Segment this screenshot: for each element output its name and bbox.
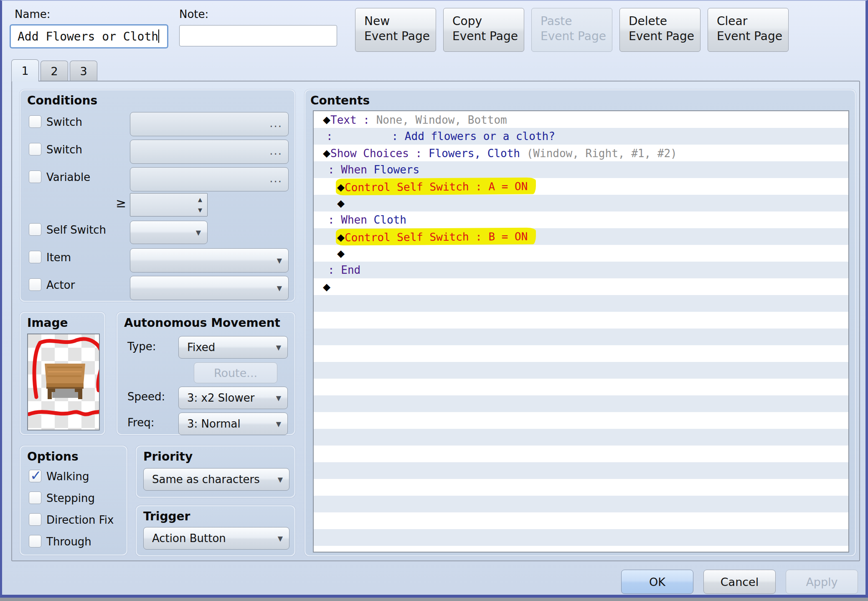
direction-fix-label: Direction Fix — [46, 514, 114, 526]
priority-title: Priority — [143, 450, 193, 463]
chevron-down-icon: ▼ — [276, 344, 281, 351]
event-command-row[interactable]: : End — [314, 262, 848, 278]
variable-label: Variable — [46, 171, 90, 183]
text-caret — [158, 30, 159, 43]
chevron-down-icon: ▼ — [277, 284, 282, 292]
contents-title: Contents — [310, 94, 370, 107]
switch1-label: Switch — [46, 116, 82, 128]
chevron-down-icon: ▼ — [276, 394, 281, 402]
cancel-button[interactable]: Cancel — [703, 570, 776, 594]
conditions-group: Conditions Switch ... Switch ... Variabl… — [20, 89, 295, 302]
chevron-down-icon: ▼ — [277, 257, 282, 265]
event-command-row[interactable]: ◆Text : None, Window, Bottom — [314, 111, 848, 128]
button-label-line1: Delete — [629, 14, 700, 29]
switch2-picker[interactable]: ... — [130, 140, 289, 164]
movement-title: Autonomous Movement — [124, 316, 280, 330]
movement-freq-value: 3: Normal — [187, 418, 241, 430]
trigger-select[interactable]: Action Button ▼ — [143, 527, 289, 550]
new-event-page-button[interactable]: New Event Page — [355, 8, 436, 52]
actor-select[interactable]: ▼ — [130, 276, 289, 300]
event-command-text: Control Self Switch : A = ON — [345, 180, 528, 194]
clear-event-page-button[interactable]: Clear Event Page — [708, 8, 789, 52]
marker-highlight: ◆Control Self Switch : A = ON — [336, 178, 536, 196]
stepping-label: Stepping — [46, 492, 95, 504]
event-command-row[interactable]: : : Add flowers or a cloth? — [314, 128, 848, 145]
event-command-list[interactable]: ◆Text : None, Window, Bottom: : Add flow… — [313, 110, 849, 553]
event-command-row-empty[interactable] — [314, 312, 848, 329]
name-input[interactable]: Add Flowers or Cloth — [10, 24, 168, 48]
ellipsis-icon: ... — [269, 145, 282, 157]
switch1-picker[interactable]: ... — [130, 112, 289, 136]
event-command-text: : — [357, 114, 376, 126]
through-checkbox[interactable] — [29, 535, 41, 548]
chevron-down-icon: ▼ — [196, 229, 201, 237]
movement-type-select[interactable]: Fixed ▼ — [178, 336, 288, 359]
ok-button[interactable]: OK — [621, 570, 693, 594]
event-command-row-empty[interactable] — [314, 329, 848, 345]
contents-group: Contents ◆Text : None, Window, Bottom: :… — [305, 89, 856, 556]
event-command-row[interactable]: ◆Show Choices : Flowers, Cloth (Window, … — [314, 145, 848, 161]
diamond-icon: ◆ — [323, 145, 330, 160]
direction-fix-checkbox[interactable] — [29, 513, 41, 526]
event-command-row-empty[interactable] — [314, 496, 848, 512]
diamond-icon: ◆ — [337, 179, 345, 194]
event-command-row[interactable]: ◆ — [314, 195, 848, 211]
item-checkbox[interactable] — [29, 251, 41, 263]
event-command-row-empty[interactable] — [314, 512, 848, 529]
event-command-row[interactable]: ◆ — [314, 278, 848, 295]
event-command-row-empty[interactable] — [314, 395, 848, 412]
variable-picker[interactable]: ... — [130, 167, 289, 191]
event-command-row[interactable]: ◆ — [314, 245, 848, 262]
event-command-row[interactable]: ◆Control Self Switch : B = ON — [314, 228, 848, 245]
tab-page-2[interactable]: 2 — [41, 61, 68, 81]
tab-page-3[interactable]: 3 — [70, 61, 97, 81]
button-label-line2: Event Page — [364, 29, 436, 44]
event-command-row-empty[interactable] — [314, 429, 848, 446]
event-command-row-empty[interactable] — [314, 295, 848, 312]
name-label: Name: — [15, 8, 50, 20]
event-command-text: (Window, Right, #1, #2) — [520, 147, 677, 160]
note-input[interactable] — [179, 25, 337, 46]
event-command-row-empty[interactable] — [314, 345, 848, 362]
delete-event-page-button[interactable]: Delete Event Page — [619, 8, 700, 52]
diamond-icon: ◆ — [337, 229, 345, 244]
movement-freq-select[interactable]: 3: Normal ▼ — [178, 413, 288, 435]
button-label-line2: Event Page — [541, 29, 612, 44]
event-command-row-empty[interactable] — [314, 462, 848, 479]
walking-checkbox[interactable] — [29, 470, 41, 482]
button-label-line2: Event Page — [629, 29, 700, 44]
self-switch-checkbox[interactable] — [29, 223, 41, 236]
button-label-line1: Clear — [717, 14, 788, 29]
item-select[interactable]: ▼ — [130, 248, 289, 272]
event-command-row[interactable]: ◆Control Self Switch : A = ON — [314, 178, 848, 195]
event-image-picker[interactable] — [27, 334, 100, 430]
event-command-row[interactable]: : When Cloth — [314, 211, 848, 228]
event-command-row[interactable]: : When Flowers — [314, 161, 848, 178]
event-command-row-empty[interactable] — [314, 362, 848, 379]
event-command-row-empty[interactable] — [314, 446, 848, 462]
movement-speed-value: 3: x2 Slower — [187, 392, 254, 404]
event-command-text: Control Self Switch : B = ON — [345, 230, 528, 244]
through-label: Through — [46, 535, 91, 548]
speed-label: Speed: — [127, 390, 165, 403]
variable-value-spinner[interactable]: ▲ ▼ — [130, 193, 208, 216]
chevron-down-icon: ▼ — [278, 476, 283, 484]
event-command-row-empty[interactable] — [314, 529, 848, 546]
switch2-checkbox[interactable] — [29, 143, 41, 155]
event-command-row-empty[interactable] — [314, 379, 848, 395]
movement-speed-select[interactable]: 3: x2 Slower ▼ — [178, 387, 288, 409]
event-command-row-empty[interactable] — [314, 412, 848, 429]
tab-page-1[interactable]: 1 — [11, 59, 39, 81]
spinner-up-icon[interactable]: ▲ — [198, 196, 202, 203]
self-switch-select[interactable]: ▼ — [130, 221, 208, 244]
copy-event-page-button[interactable]: Copy Event Page — [443, 8, 524, 52]
stepping-checkbox[interactable] — [29, 491, 41, 504]
actor-checkbox[interactable] — [29, 278, 41, 291]
button-label-line1: Paste — [541, 14, 612, 29]
priority-select[interactable]: Same as characters ▼ — [143, 468, 289, 491]
spinner-down-icon[interactable]: ▼ — [198, 207, 202, 213]
variable-checkbox[interactable] — [29, 171, 41, 183]
switch1-checkbox[interactable] — [29, 115, 41, 128]
event-command-row-empty[interactable] — [314, 479, 848, 496]
event-command-text: Cloth — [374, 214, 406, 226]
